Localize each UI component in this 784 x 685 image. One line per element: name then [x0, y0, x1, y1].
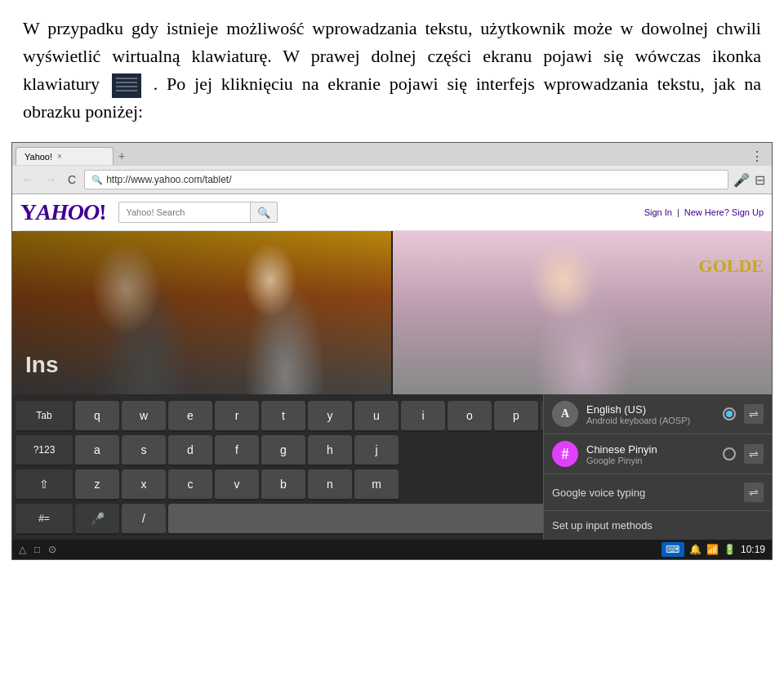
- ime-radio-english: [723, 407, 736, 420]
- ime-icon-hash: #: [552, 441, 578, 467]
- ime-text-english: English (US) Android keyboard (AOSP): [586, 403, 715, 425]
- ime-item-pinyin[interactable]: # Chinese Pinyin Google Pinyin ⇌: [544, 434, 772, 474]
- tab-label: Yahoo!: [24, 152, 52, 162]
- screenshot-container: Yahoo! × + ⋮ ← → C 🔍 http://www.yahoo.co…: [11, 142, 773, 560]
- key-shift[interactable]: ⇧: [16, 469, 73, 500]
- key-v[interactable]: v: [215, 469, 259, 500]
- lock-icon: 🔍: [91, 175, 103, 185]
- keyboard-area: Tab q w e r t y u i o p ⌫ ?123 a s d f g…: [12, 394, 772, 540]
- ime-popup: A English (US) Android keyboard (AOSP) ⇌…: [543, 394, 772, 540]
- ime-settings-english[interactable]: ⇌: [744, 404, 764, 424]
- yahoo-search-button[interactable]: 🔍: [250, 202, 277, 222]
- tab-new-button[interactable]: +: [114, 149, 130, 162]
- forward-button[interactable]: →: [42, 171, 60, 188]
- nav-right-icons: 🎤 ⊟: [733, 172, 765, 188]
- key-n[interactable]: n: [308, 469, 352, 500]
- article-text: W przypadku gdy istnieje możliwość wprow…: [0, 0, 784, 134]
- status-time: 10:19: [741, 544, 765, 555]
- yahoo-logo: YAHOO!: [20, 199, 105, 225]
- ime-sub-pinyin: Google Pinyin: [586, 456, 715, 465]
- key-s[interactable]: s: [122, 435, 166, 466]
- ime-item-english[interactable]: A English (US) Android keyboard (AOSP) ⇌: [544, 394, 772, 434]
- key-mic[interactable]: 🎤: [75, 504, 119, 535]
- ime-settings-pinyin[interactable]: ⇌: [744, 444, 764, 464]
- key-z[interactable]: z: [75, 469, 119, 500]
- key-f[interactable]: f: [215, 435, 259, 466]
- browser-nav-bar: ← → C 🔍 http://www.yahoo.com/tablet/ 🎤 ⊟: [12, 166, 772, 193]
- golden-text-line: GOLDE: [699, 256, 764, 277]
- back-button[interactable]: ←: [19, 171, 37, 188]
- key-slash[interactable]: /: [122, 504, 166, 535]
- key-o[interactable]: o: [448, 401, 492, 432]
- battery-icon: 🔋: [724, 544, 736, 556]
- volume-icon: 🔔: [689, 544, 702, 556]
- yahoo-header: YAHOO! 🔍 Sign In | New Here? Sign Up: [20, 199, 764, 231]
- ime-name-pinyin: Chinese Pinyin: [586, 443, 715, 456]
- wifi-icon: 📶: [706, 544, 719, 556]
- signin-divider: |: [677, 207, 679, 217]
- back-icon: □: [34, 544, 40, 556]
- yahoo-content: YAHOO! 🔍 Sign In | New Here? Sign Up: [12, 194, 772, 231]
- ime-icon-keyboard: A: [552, 401, 578, 427]
- yahoo-search-input[interactable]: [119, 207, 250, 217]
- photo-right: GOLDE: [393, 231, 772, 394]
- key-a[interactable]: a: [75, 435, 119, 466]
- browser-tab-bar: Yahoo! × + ⋮: [12, 143, 772, 166]
- photo-left: Ins: [12, 231, 393, 394]
- key-e[interactable]: e: [168, 401, 212, 432]
- ime-sub-english: Android keyboard (AOSP): [586, 416, 715, 425]
- key-j[interactable]: j: [354, 435, 399, 466]
- ime-setup[interactable]: Set up input methods: [544, 511, 772, 540]
- key-w[interactable]: w: [122, 401, 166, 432]
- key-hash[interactable]: #=: [16, 504, 73, 535]
- address-text: http://www.yahoo.com/tablet/: [106, 174, 231, 185]
- key-t[interactable]: t: [261, 401, 305, 432]
- signin-link[interactable]: Sign In: [644, 207, 672, 217]
- yahoo-logo-text: YAHOO!: [20, 199, 105, 225]
- key-b[interactable]: b: [261, 469, 305, 500]
- key-num[interactable]: ?123: [16, 435, 73, 466]
- keyboard-selected-indicator: [662, 542, 684, 557]
- key-u[interactable]: u: [354, 401, 399, 432]
- ime-name-english: English (US): [586, 403, 715, 416]
- tab-close-icon[interactable]: ×: [57, 152, 62, 161]
- ime-text-pinyin: Chinese Pinyin Google Pinyin: [586, 443, 715, 465]
- key-p[interactable]: p: [494, 401, 538, 432]
- address-bar[interactable]: 🔍 http://www.yahoo.com/tablet/: [84, 170, 728, 189]
- key-i[interactable]: i: [401, 401, 445, 432]
- bookmark-button[interactable]: ⊟: [755, 172, 765, 188]
- status-right: 🔔 📶 🔋 10:19: [662, 542, 765, 557]
- ime-settings-voice[interactable]: ⇌: [744, 483, 764, 502]
- reload-button[interactable]: C: [65, 171, 79, 188]
- key-m[interactable]: m: [354, 469, 399, 500]
- status-bar: △ □ ⊙ 🔔 📶 🔋 10:19: [12, 540, 772, 559]
- browser-menu-dots[interactable]: ⋮: [746, 149, 768, 164]
- key-c[interactable]: c: [168, 469, 212, 500]
- mic-button[interactable]: 🎤: [733, 172, 750, 188]
- status-left: △ □ ⊙: [19, 544, 56, 556]
- ime-google-voice[interactable]: Google voice typing ⇌: [544, 474, 772, 511]
- photo-left-overlay: [12, 231, 391, 394]
- key-tab[interactable]: Tab: [16, 401, 73, 432]
- key-r[interactable]: r: [215, 401, 259, 432]
- signup-link[interactable]: New Here? Sign Up: [684, 207, 764, 217]
- key-x[interactable]: x: [122, 469, 166, 500]
- yahoo-signin-area: Sign In | New Here? Sign Up: [644, 207, 764, 217]
- key-y[interactable]: y: [308, 401, 352, 432]
- browser-tab[interactable]: Yahoo! ×: [16, 147, 114, 165]
- ime-google-voice-text: Google voice typing: [552, 487, 736, 499]
- home-icon: △: [19, 544, 26, 556]
- browser-chrome: Yahoo! × + ⋮ ← → C 🔍 http://www.yahoo.co…: [12, 143, 772, 194]
- key-h[interactable]: h: [308, 435, 352, 466]
- yahoo-search-bar[interactable]: 🔍: [118, 202, 278, 223]
- golden-text: GOLDE: [699, 256, 764, 277]
- photo-section: Ins GOLDE: [12, 231, 772, 394]
- key-d[interactable]: d: [168, 435, 212, 466]
- ime-setup-text: Set up input methods: [552, 519, 764, 532]
- key-g[interactable]: g: [261, 435, 305, 466]
- keyboard-icon-inline: [112, 73, 141, 98]
- key-q[interactable]: q: [75, 401, 119, 432]
- ime-radio-pinyin: [723, 447, 736, 460]
- menu-icon: ⊙: [48, 544, 56, 556]
- ins-text: Ins: [25, 352, 58, 378]
